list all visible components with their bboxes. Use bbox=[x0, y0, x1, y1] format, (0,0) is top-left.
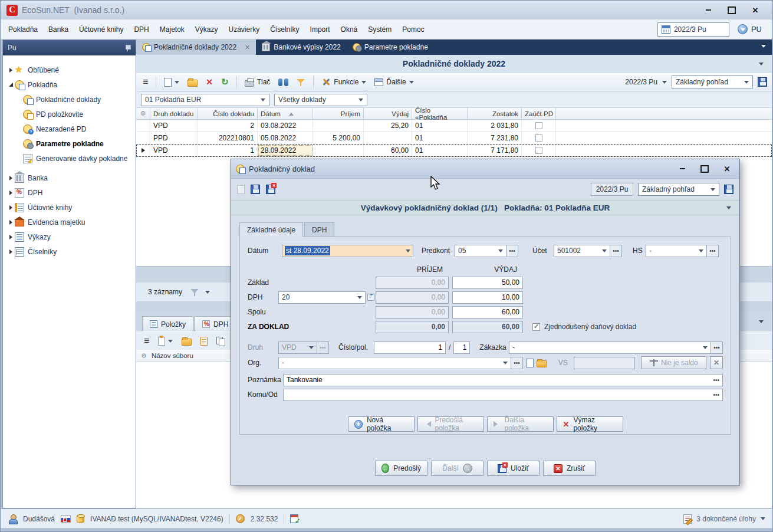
zakazka-combo[interactable]: - bbox=[509, 341, 711, 354]
expand-icon[interactable] bbox=[9, 191, 12, 195]
collapse-icon[interactable] bbox=[9, 83, 13, 87]
sidebar-item-pokladna[interactable]: Pokladňa bbox=[6, 77, 133, 92]
dialog-maximize-button[interactable] bbox=[700, 165, 709, 173]
expand-icon[interactable] bbox=[9, 68, 12, 73]
collapse-panel-icon[interactable] bbox=[759, 63, 764, 68]
copy-button[interactable] bbox=[215, 336, 226, 347]
tab-dph-lower[interactable]: DPH bbox=[195, 316, 236, 331]
menu-dph[interactable]: DPH bbox=[129, 23, 154, 36]
column-zauct-pd[interactable]: Zaúčt.PD bbox=[522, 108, 556, 119]
menu-pomoc[interactable]: Pomoc bbox=[397, 23, 429, 36]
print-button[interactable]: Tlač bbox=[243, 77, 272, 88]
delete-button[interactable] bbox=[204, 76, 215, 88]
save-close-icon[interactable]: ✕ bbox=[266, 185, 275, 194]
cashdesk-filter-dropdown[interactable]: 01 Pokladňa EUR bbox=[141, 94, 269, 106]
menu-ciselniky[interactable]: Číselníky bbox=[265, 23, 304, 36]
menu-uctovne-knihy[interactable]: Účtovné knihy bbox=[74, 23, 129, 36]
collapse-panel-icon[interactable] bbox=[726, 206, 731, 212]
org-detail-icon[interactable] bbox=[526, 359, 534, 367]
tab-dph-dialog[interactable]: DPH bbox=[304, 222, 334, 237]
sidebar-item-oblubene[interactable]: Obľúbené bbox=[6, 63, 133, 77]
sidebar-item-evidencia-majetku[interactable]: Evidencia majetku bbox=[6, 215, 133, 229]
records-filter-button[interactable] bbox=[190, 288, 210, 297]
date-input[interactable]: st 28.09.2022 bbox=[282, 245, 413, 257]
more-menu-button[interactable]: Ďalšie bbox=[373, 77, 415, 87]
sidebar-item-vykazy[interactable]: Výkazy bbox=[6, 229, 133, 244]
menu-okna[interactable]: Okná bbox=[335, 23, 363, 36]
zakazka-lookup-button[interactable]: ••• bbox=[711, 341, 723, 354]
expand-icon[interactable] bbox=[9, 235, 12, 239]
pu-button[interactable]: PU bbox=[738, 24, 762, 34]
menu-uzavierky[interactable]: Uzávierky bbox=[223, 23, 265, 36]
dph-rate-combo[interactable]: 20 bbox=[278, 291, 366, 304]
tab-parametre-pokladne[interactable]: Parametre pokladne bbox=[347, 40, 434, 55]
tab-list-dropdown-icon[interactable] bbox=[761, 45, 766, 50]
ucet-combo[interactable]: 501002 bbox=[554, 245, 610, 257]
expand-icon[interactable] bbox=[9, 220, 12, 225]
window-minimize-button[interactable] bbox=[704, 6, 712, 14]
cislo-input[interactable]: 1 bbox=[374, 341, 446, 354]
menu-banka[interactable]: Banka bbox=[43, 23, 74, 36]
spolu-vydaj-input[interactable]: 60,00 bbox=[452, 306, 523, 318]
tab-bankove-vypisy[interactable]: Bankové výpisy 2022 bbox=[256, 40, 346, 55]
grid-settings-column[interactable]: ⚙ bbox=[136, 108, 150, 119]
save-icon[interactable] bbox=[251, 185, 260, 194]
save-button[interactable]: ✕Uložiť bbox=[487, 461, 540, 476]
table-row[interactable]: PPD 202210801 05.08.2022 5 200,00 01 7 2… bbox=[136, 132, 772, 145]
org-combo[interactable]: - bbox=[278, 357, 511, 369]
zauct-checkbox[interactable] bbox=[535, 122, 542, 129]
new-document-button[interactable] bbox=[162, 77, 181, 88]
collapse-panel-icon[interactable] bbox=[759, 320, 764, 326]
functions-menu-button[interactable]: Funkcie bbox=[320, 76, 368, 88]
sidebar-item-dph[interactable]: DPH bbox=[6, 185, 133, 200]
window-close-button[interactable] bbox=[751, 6, 759, 14]
tab-pokladnicne-doklady[interactable]: Pokladničné doklady 2022 bbox=[136, 40, 256, 55]
sidebar-item-uctovne-knihy[interactable]: Účtovné knihy bbox=[6, 200, 133, 215]
poznamka-input[interactable]: Tankovanie••• bbox=[283, 374, 723, 386]
period-selector[interactable]: 2022/3 Pu bbox=[657, 22, 729, 37]
save-view-icon[interactable] bbox=[758, 77, 767, 87]
dialog-view-dropdown[interactable]: Základný pohľad bbox=[638, 183, 719, 196]
sidebar-item-banka[interactable]: Banka bbox=[6, 170, 133, 185]
komuod-input[interactable]: ••• bbox=[283, 389, 723, 401]
pin-icon[interactable] bbox=[125, 44, 131, 51]
cancel-button[interactable]: Zrušiť bbox=[543, 461, 596, 476]
open-button[interactable] bbox=[186, 77, 199, 88]
menu-import[interactable]: Import bbox=[305, 23, 335, 36]
column-datum[interactable]: Dátum bbox=[258, 108, 313, 119]
window-maximize-button[interactable] bbox=[728, 6, 736, 14]
menu-system[interactable]: Systém bbox=[363, 23, 397, 36]
sidebar-item-pokladnicne-doklady[interactable]: Pokladničné doklady bbox=[6, 92, 133, 107]
sidebar-item-ciselniky[interactable]: Číselníky bbox=[6, 244, 133, 259]
file-name-column[interactable]: Názov súboru bbox=[152, 352, 193, 359]
zauct-checkbox[interactable] bbox=[535, 147, 542, 154]
sidebar-item-generovanie-davky[interactable]: Generovanie dávky pokladne bbox=[6, 151, 133, 166]
ucet-lookup-button[interactable]: ••• bbox=[610, 245, 622, 257]
expand-icon[interactable] bbox=[9, 205, 12, 210]
open-file-button[interactable] bbox=[180, 336, 193, 347]
save-view-icon[interactable] bbox=[724, 185, 733, 194]
hs-combo[interactable]: - bbox=[646, 245, 707, 257]
zauct-checkbox[interactable] bbox=[535, 134, 542, 142]
menu-pokladna[interactable]: Pokladňa bbox=[3, 23, 43, 36]
period-dropdown[interactable]: 2022/3 Pu bbox=[625, 78, 667, 86]
doctype-filter-dropdown[interactable]: Všetky doklady bbox=[274, 94, 367, 106]
filter-button[interactable] bbox=[295, 77, 307, 88]
sidebar-item-nezaradene-pd[interactable]: Nezaradené PD bbox=[6, 121, 133, 136]
search-button[interactable] bbox=[277, 77, 290, 87]
org-folder-icon[interactable] bbox=[537, 360, 547, 367]
clear-org-button[interactable]: ✕ bbox=[710, 356, 723, 369]
status-tasks[interactable]: 3 dokončené úlohy bbox=[696, 515, 756, 523]
new-item-button[interactable]: Nová položka bbox=[348, 416, 415, 432]
column-vydaj[interactable]: Výdaj bbox=[364, 108, 412, 119]
org-lookup-button[interactable]: ••• bbox=[511, 357, 523, 369]
menu-icon[interactable] bbox=[141, 75, 150, 88]
attach-file-button[interactable] bbox=[156, 336, 175, 347]
predkont-combo[interactable]: 05 bbox=[455, 245, 506, 257]
expand-icon[interactable] bbox=[9, 249, 12, 254]
column-prijem[interactable]: Príjem bbox=[313, 108, 364, 119]
calendar-check-icon[interactable] bbox=[290, 514, 298, 523]
previous-document-button[interactable]: Predošlý bbox=[375, 461, 427, 476]
table-row[interactable]: VPD 2 03.08.2022 25,20 01 2 031,80 bbox=[136, 120, 772, 132]
column-druh-dokladu[interactable]: Druh dokladu bbox=[150, 108, 198, 119]
